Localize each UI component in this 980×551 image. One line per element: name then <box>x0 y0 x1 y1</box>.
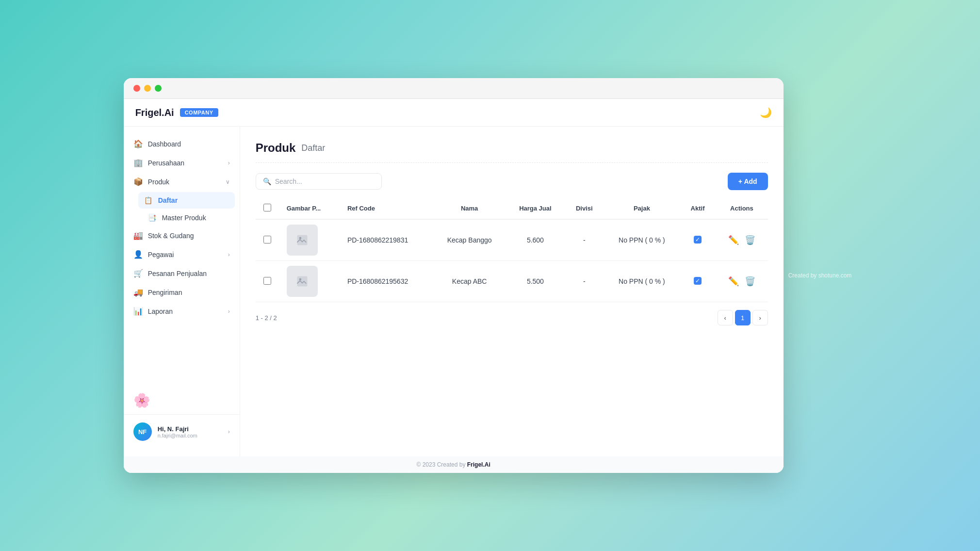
row-actions: ✏️ 🗑️ <box>716 219 768 261</box>
sidebar-subitem-master-produk[interactable]: 📑 Master Produk <box>124 210 240 226</box>
list-icon: 📋 <box>144 196 152 204</box>
edit-button[interactable]: ✏️ <box>728 276 739 286</box>
search-box[interactable]: 🔍 <box>256 173 382 190</box>
edit-button[interactable]: ✏️ <box>728 235 739 245</box>
next-page-button[interactable]: › <box>752 310 768 325</box>
products-table: Gambar P... Ref Code Nama Harga Jual Div… <box>256 198 768 302</box>
table-row: PD-1680862195632 Kecap ABC 5.500 - No PP… <box>256 261 768 302</box>
browser-titlebar <box>124 78 784 99</box>
table-header-row: Gambar P... Ref Code Nama Harga Jual Div… <box>256 198 768 219</box>
sidebar-label-master-produk: Master Produk <box>162 214 206 222</box>
document-icon: 📑 <box>148 214 156 222</box>
sidebar: 🏠 Dashboard 🏢 Perusahaan › <box>124 127 240 456</box>
sidebar-label-pesanan-penjualan: Pesanan Penjualan <box>148 270 207 277</box>
row-pajak: No PPN ( 0 % ) <box>604 219 680 261</box>
sidebar-label-dashboard: Dashboard <box>148 140 181 148</box>
delete-button[interactable]: 🗑️ <box>745 276 755 286</box>
theme-toggle-button[interactable]: 🌙 <box>760 107 772 118</box>
app-logo: Frigel.Ai <box>135 107 174 118</box>
page-1-button[interactable]: 1 <box>735 310 751 325</box>
col-divisi: Divisi <box>565 198 604 219</box>
page-subtitle: Daftar <box>301 143 325 153</box>
produk-submenu: 📋 Daftar 📑 Master Produk <box>124 192 240 226</box>
row-nama: Kecap ABC <box>433 261 506 302</box>
avatar: NF <box>133 422 152 441</box>
sidebar-subitem-daftar[interactable]: 📋 Daftar <box>138 192 235 209</box>
row-checkbox-1[interactable] <box>263 277 271 285</box>
aktif-checkbox-1[interactable] <box>694 277 702 285</box>
sidebar-item-laporan[interactable]: 📊 Laporan › <box>124 302 240 321</box>
col-ref-code: Ref Code <box>340 198 433 219</box>
row-harga-jual: 5.500 <box>506 261 564 302</box>
row-actions: ✏️ 🗑️ <box>716 261 768 302</box>
person-icon: 👤 <box>133 250 142 259</box>
pagination-controls: ‹ 1 › <box>718 310 768 325</box>
header-left: Frigel.Ai COMPANY <box>135 107 218 118</box>
row-checkbox-0[interactable] <box>263 236 271 243</box>
row-ref-code: PD-1680862195632 <box>340 261 433 302</box>
col-actions: Actions <box>716 198 768 219</box>
row-image-cell <box>279 261 340 302</box>
sidebar-item-dashboard[interactable]: 🏠 Dashboard <box>124 134 240 153</box>
col-harga-jual: Harga Jual <box>506 198 564 219</box>
search-icon: 🔍 <box>263 178 271 185</box>
footer-text: © 2023 Created by <box>416 461 467 468</box>
row-select-cell <box>256 261 279 302</box>
sidebar-label-perusahaan: Perusahaan <box>148 159 185 167</box>
product-thumbnail <box>287 225 318 256</box>
svg-rect-2 <box>297 276 307 287</box>
row-nama: Kecap Banggo <box>433 219 506 261</box>
row-divisi: - <box>565 261 604 302</box>
row-ref-code: PD-1680862219831 <box>340 219 433 261</box>
col-select <box>256 198 279 219</box>
user-greeting: Hi, N. Fajri <box>158 425 222 433</box>
app-header: Frigel.Ai COMPANY 🌙 <box>124 99 784 127</box>
row-pajak: No PPN ( 0 % ) <box>604 261 680 302</box>
chevron-right-icon-2: › <box>228 251 230 258</box>
sidebar-item-perusahaan[interactable]: 🏢 Perusahaan › <box>124 153 240 172</box>
footer-brand: Frigel.Ai <box>467 461 490 468</box>
select-all-checkbox[interactable] <box>263 204 271 211</box>
warehouse-icon: 🏭 <box>133 231 142 240</box>
flower-icon: 🌸 <box>124 389 240 414</box>
sidebar-label-stok-gudang: Stok & Gudang <box>148 232 194 240</box>
chevron-right-icon: › <box>228 160 230 166</box>
chevron-right-icon-3: › <box>228 308 230 315</box>
truck-icon: 🚚 <box>133 288 142 297</box>
col-aktif: Aktif <box>680 198 716 219</box>
toolbar: 🔍 + Add <box>256 173 768 190</box>
sidebar-item-pesanan-penjualan[interactable]: 🛒 Pesanan Penjualan <box>124 264 240 283</box>
col-gambar: Gambar P... <box>279 198 340 219</box>
company-badge: COMPANY <box>180 108 218 117</box>
sidebar-label-laporan: Laporan <box>148 308 173 315</box>
svg-point-1 <box>299 237 301 240</box>
svg-point-3 <box>299 278 301 281</box>
maximize-dot[interactable] <box>155 85 162 92</box>
package-icon: 📦 <box>133 177 142 186</box>
sidebar-item-stok-gudang[interactable]: 🏭 Stok & Gudang <box>124 226 240 245</box>
sidebar-item-pegawai[interactable]: 👤 Pegawai › <box>124 245 240 264</box>
delete-button[interactable]: 🗑️ <box>745 235 755 245</box>
search-input[interactable] <box>275 178 375 185</box>
chart-icon: 📊 <box>133 307 142 316</box>
product-thumbnail <box>287 266 318 297</box>
pagination-row: 1 - 2 / 2 ‹ 1 › <box>256 310 768 325</box>
user-profile[interactable]: NF Hi, N. Fajri n.fajri@mail.com › <box>124 414 240 449</box>
close-dot[interactable] <box>133 85 140 92</box>
prev-page-button[interactable]: ‹ <box>718 310 733 325</box>
row-aktif <box>680 261 716 302</box>
watermark: Created by shotune.com <box>784 267 857 284</box>
table-row: PD-1680862219831 Kecap Banggo 5.600 - No… <box>256 219 768 261</box>
row-select-cell <box>256 219 279 261</box>
minimize-dot[interactable] <box>144 85 151 92</box>
col-nama: Nama <box>433 198 506 219</box>
add-button[interactable]: + Add <box>728 173 768 190</box>
sidebar-item-pengiriman[interactable]: 🚚 Pengiriman <box>124 283 240 302</box>
sidebar-item-produk[interactable]: 📦 Produk ∨ <box>124 172 240 191</box>
row-harga-jual: 5.600 <box>506 219 564 261</box>
pagination-info: 1 - 2 / 2 <box>256 314 277 322</box>
aktif-checkbox-0[interactable] <box>694 236 702 243</box>
app-body: 🏠 Dashboard 🏢 Perusahaan › <box>124 127 784 456</box>
sidebar-label-pegawai: Pegawai <box>148 251 174 259</box>
sidebar-nav: 🏠 Dashboard 🏢 Perusahaan › <box>124 134 240 321</box>
